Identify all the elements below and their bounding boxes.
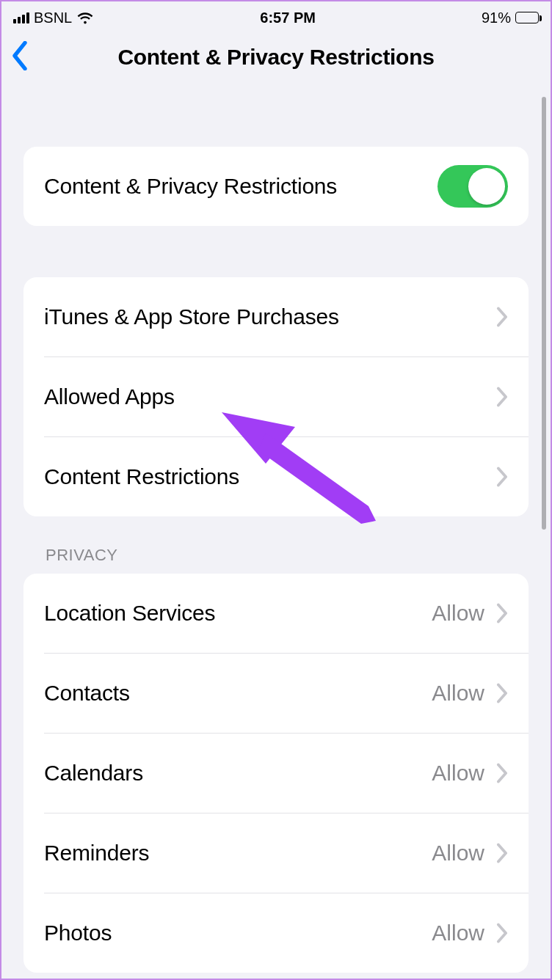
privacy-group: Location Services Allow Contacts Allow C… xyxy=(23,574,529,973)
restrictions-toggle[interactable] xyxy=(437,165,508,208)
battery-indicator: 91% xyxy=(482,10,539,26)
battery-percent: 91% xyxy=(482,10,511,26)
row-calendars[interactable]: Calendars Allow xyxy=(23,734,529,813)
row-value: Allow xyxy=(432,761,484,786)
row-contacts[interactable]: Contacts Allow xyxy=(23,654,529,733)
signal-icon xyxy=(13,12,29,23)
row-value: Allow xyxy=(432,921,484,946)
row-label: Reminders xyxy=(44,841,149,866)
row-itunes-purchases[interactable]: iTunes & App Store Purchases xyxy=(23,277,529,356)
restrictions-toggle-row[interactable]: Content & Privacy Restrictions xyxy=(23,147,529,226)
row-label: Location Services xyxy=(44,601,215,626)
row-accessory xyxy=(496,307,508,327)
scrollbar[interactable] xyxy=(542,97,546,530)
restrictions-toggle-group: Content & Privacy Restrictions xyxy=(23,147,529,226)
row-label: Photos xyxy=(44,921,112,946)
row-accessory: Allow xyxy=(432,921,508,946)
restrictions-nav-group: iTunes & App Store Purchases Allowed App… xyxy=(23,277,529,516)
status-right: 91% xyxy=(482,10,539,26)
row-value: Allow xyxy=(432,681,484,706)
row-content-restrictions[interactable]: Content Restrictions xyxy=(23,437,529,516)
carrier-label: BSNL xyxy=(34,10,72,26)
row-accessory xyxy=(496,467,508,487)
row-accessory: Allow xyxy=(432,681,508,706)
row-accessory: Allow xyxy=(432,841,508,866)
content-scroll[interactable]: Content & Privacy Restrictions iTunes & … xyxy=(1,147,551,973)
row-label: Content Restrictions xyxy=(44,464,239,489)
page-title: Content & Privacy Restrictions xyxy=(117,45,434,70)
row-value: Allow xyxy=(432,601,484,626)
back-button[interactable] xyxy=(10,41,29,73)
battery-icon xyxy=(515,12,539,23)
wifi-icon xyxy=(76,11,94,24)
row-accessory: Allow xyxy=(432,761,508,786)
row-label: Calendars xyxy=(44,761,143,786)
status-bar: BSNL 6:57 PM 91% xyxy=(1,1,551,34)
status-left: BSNL xyxy=(13,10,94,26)
row-label: Contacts xyxy=(44,681,130,706)
chevron-right-icon xyxy=(496,467,508,487)
nav-header: Content & Privacy Restrictions xyxy=(1,34,551,81)
chevron-right-icon xyxy=(496,923,508,943)
row-location-services[interactable]: Location Services Allow xyxy=(23,574,529,653)
chevron-right-icon xyxy=(496,603,508,624)
row-label: Allowed Apps xyxy=(44,384,175,409)
row-value: Allow xyxy=(432,841,484,866)
row-reminders[interactable]: Reminders Allow xyxy=(23,813,529,893)
chevron-right-icon xyxy=(496,387,508,407)
row-accessory xyxy=(496,387,508,407)
chevron-right-icon xyxy=(496,843,508,863)
row-allowed-apps[interactable]: Allowed Apps xyxy=(23,357,529,436)
restrictions-toggle-label: Content & Privacy Restrictions xyxy=(44,174,337,199)
row-photos[interactable]: Photos Allow xyxy=(23,893,529,973)
status-time: 6:57 PM xyxy=(260,10,316,26)
row-accessory: Allow xyxy=(432,601,508,626)
toggle-knob xyxy=(468,168,505,205)
row-label: iTunes & App Store Purchases xyxy=(44,304,339,329)
chevron-right-icon xyxy=(496,683,508,703)
chevron-right-icon xyxy=(496,763,508,783)
privacy-section-header: PRIVACY xyxy=(46,546,529,565)
chevron-right-icon xyxy=(496,307,508,327)
